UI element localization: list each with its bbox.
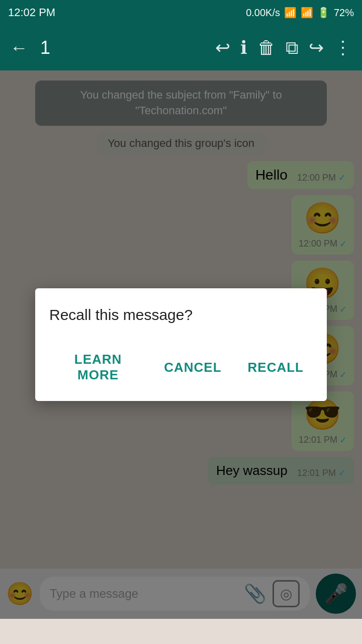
- recall-dialog: Recall this message? LEARN MORE CANCEL R…: [35, 288, 327, 401]
- status-time: 12:02 PM: [8, 6, 55, 19]
- network-speed: 0.00K/s: [246, 7, 280, 19]
- back-button[interactable]: ←: [6, 33, 32, 62]
- battery-percent: 72%: [334, 7, 354, 19]
- copy-icon[interactable]: ⧉: [282, 33, 303, 62]
- recall-button[interactable]: RECALL: [239, 354, 313, 381]
- action-icons-right: ↩ ℹ 🗑 ⧉ ↪ ⋮: [211, 33, 356, 62]
- status-bar: 12:02 PM 0.00K/s 📶 📶 🔋 72%: [0, 0, 362, 25]
- selected-count: 1: [40, 37, 203, 58]
- dialog-title: Recall this message?: [49, 304, 313, 326]
- forward-icon[interactable]: ↪: [305, 33, 328, 62]
- learn-more-button[interactable]: LEARN MORE: [49, 346, 147, 389]
- reply-icon[interactable]: ↩: [211, 33, 234, 62]
- wifi-icon: 📶: [284, 7, 297, 19]
- action-bar: ← 1 ↩ ℹ 🗑 ⧉ ↪ ⋮: [0, 25, 362, 70]
- info-icon[interactable]: ℹ: [236, 33, 251, 62]
- chat-area: You changed the subject from "Family" to…: [0, 70, 362, 619]
- signal-icon: 📶: [301, 7, 313, 19]
- more-icon[interactable]: ⋮: [330, 33, 356, 62]
- delete-icon[interactable]: 🗑: [253, 33, 280, 62]
- modal-overlay: Recall this message? LEARN MORE CANCEL R…: [0, 70, 362, 619]
- battery-icon: 🔋: [317, 7, 330, 19]
- status-icons: 0.00K/s 📶 📶 🔋 72%: [246, 7, 354, 19]
- cancel-button[interactable]: CANCEL: [155, 354, 230, 381]
- dialog-actions: LEARN MORE CANCEL RECALL: [49, 346, 313, 389]
